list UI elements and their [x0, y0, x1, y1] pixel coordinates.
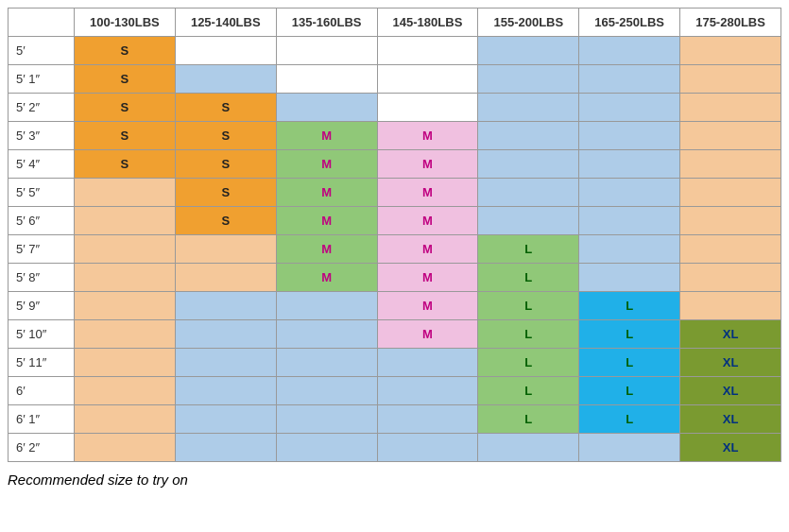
height-label: 5′ 11″: [9, 349, 75, 377]
size-cell: L: [478, 320, 579, 349]
size-cell: [175, 377, 276, 405]
size-value: M: [321, 214, 332, 228]
size-cell: M: [276, 150, 377, 179]
size-cell: [75, 405, 176, 434]
size-cell: XL: [680, 434, 781, 462]
header-col-5: 155-200LBS: [478, 9, 579, 37]
table-row: 5′ 7″MML: [9, 235, 781, 264]
size-value: XL: [723, 384, 739, 398]
size-value: S: [221, 157, 230, 171]
size-cell: [75, 264, 176, 292]
table-row: 5′ 6″SMM: [9, 207, 781, 235]
size-cell: M: [377, 179, 478, 207]
size-cell: [377, 349, 478, 377]
size-cell: [377, 37, 478, 65]
size-cell: S: [175, 179, 276, 207]
header-col-4: 145-180LBS: [377, 9, 478, 37]
page-container: 100-130LBS125-140LBS135-160LBS145-180LBS…: [0, 0, 789, 495]
size-value: M: [422, 270, 433, 284]
size-cell: [680, 94, 781, 122]
height-label: 6′ 1″: [9, 405, 75, 434]
size-cell: M: [377, 150, 478, 179]
size-cell: M: [377, 235, 478, 264]
size-cell: [175, 292, 276, 320]
size-cell: XL: [680, 377, 781, 405]
size-value: M: [321, 242, 332, 256]
size-value: S: [121, 129, 129, 143]
size-chart-table: 100-130LBS125-140LBS135-160LBS145-180LBS…: [8, 8, 781, 462]
size-cell: [175, 405, 276, 434]
size-value: L: [524, 327, 532, 341]
size-cell: [75, 207, 176, 235]
height-label: 5′ 4″: [9, 150, 75, 179]
table-row: 6′LLXL: [9, 377, 781, 405]
size-value: XL: [723, 412, 739, 426]
size-value: L: [524, 355, 532, 369]
size-value: XL: [723, 355, 739, 369]
size-cell: [377, 405, 478, 434]
size-cell: [175, 434, 276, 462]
size-cell: [680, 150, 781, 179]
header-col-2: 125-140LBS: [175, 9, 276, 37]
size-cell: M: [276, 179, 377, 207]
size-value: XL: [723, 440, 739, 455]
size-value: L: [524, 299, 532, 313]
size-value: S: [221, 100, 230, 114]
size-cell: M: [377, 264, 478, 292]
size-cell: XL: [680, 349, 781, 377]
size-value: M: [422, 214, 433, 228]
footer-text: Recommended size to try on: [8, 472, 781, 488]
size-value: L: [626, 412, 633, 426]
size-cell: S: [75, 65, 176, 94]
size-cell: [478, 37, 579, 65]
size-cell: [579, 235, 680, 264]
size-value: L: [524, 242, 532, 256]
size-value: S: [221, 214, 230, 228]
size-cell: [175, 349, 276, 377]
header-col-1: 100-130LBS: [75, 9, 176, 37]
size-cell: M: [276, 207, 377, 235]
size-cell: [579, 122, 680, 150]
size-value: M: [321, 129, 332, 143]
size-cell: L: [579, 320, 680, 349]
size-cell: [478, 150, 579, 179]
height-label: 5′ 7″: [9, 235, 75, 264]
size-value: M: [422, 185, 433, 199]
size-cell: L: [478, 235, 579, 264]
table-row: 6′ 1″LLXL: [9, 405, 781, 434]
size-value: L: [524, 270, 532, 284]
size-cell: [276, 349, 377, 377]
size-cell: L: [478, 292, 579, 320]
size-cell: M: [276, 122, 377, 150]
height-label: 6′: [9, 377, 75, 405]
size-value: M: [422, 299, 433, 313]
size-cell: [377, 434, 478, 462]
size-value: M: [321, 185, 332, 199]
size-value: S: [121, 100, 129, 114]
table-row: 5′ 9″MLL: [9, 292, 781, 320]
size-cell: [175, 264, 276, 292]
size-cell: S: [75, 37, 176, 65]
size-cell: [478, 207, 579, 235]
size-value: M: [422, 157, 433, 171]
size-cell: L: [579, 292, 680, 320]
size-value: M: [422, 327, 433, 341]
size-value: S: [121, 157, 129, 171]
header-col-3: 135-160LBS: [276, 9, 377, 37]
size-cell: [680, 122, 781, 150]
size-value: S: [121, 72, 129, 86]
size-cell: L: [579, 405, 680, 434]
size-cell: S: [175, 94, 276, 122]
table-row: 6′ 2″XL: [9, 434, 781, 462]
size-value: S: [221, 129, 230, 143]
size-cell: [75, 235, 176, 264]
height-label: 5′ 5″: [9, 179, 75, 207]
size-cell: [579, 150, 680, 179]
size-cell: [276, 94, 377, 122]
size-value: L: [626, 355, 633, 369]
size-cell: [478, 94, 579, 122]
height-label: 6′ 2″: [9, 434, 75, 462]
table-row: 5′ 3″SSMM: [9, 122, 781, 150]
size-value: L: [626, 384, 633, 398]
size-cell: [276, 320, 377, 349]
